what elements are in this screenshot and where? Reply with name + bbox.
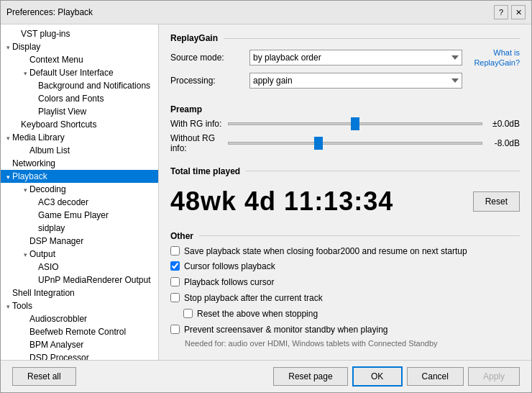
sidebar-item-colors-fonts[interactable]: Colors and Fonts xyxy=(1,92,158,105)
sidebar-item-label: Media Library xyxy=(12,132,65,143)
without-rg-label: Without RG info: xyxy=(170,133,228,153)
reset-all-button[interactable]: Reset all xyxy=(12,367,76,386)
sidebar-item-sidplay[interactable]: sidplay xyxy=(1,222,158,235)
sidebar-item-audioscrobbler[interactable]: Audioscrobbler xyxy=(1,312,158,325)
expand-icon: ▾ xyxy=(4,173,12,181)
processing-select[interactable]: apply gain apply gain and prevent clippi… xyxy=(249,73,462,89)
sidebar-item-label: Keyboard Shortcuts xyxy=(21,119,96,130)
sidebar-item-label: Beefweb Remote Control xyxy=(29,327,126,337)
sidebar-item-label: Playlist View xyxy=(38,107,86,117)
window-title: Preferences: Playback xyxy=(6,7,93,17)
source-mode-label: Source mode: xyxy=(170,53,249,63)
checkbox-save-state[interactable] xyxy=(170,246,180,256)
sidebar-item-label: ASIO xyxy=(38,262,59,272)
checkbox-label-stop-after: Stop playback after the current track xyxy=(184,292,323,304)
checkbox-label-playback-follows: Playback follows cursor xyxy=(184,276,274,289)
other-section: Other Save playback state when closing f… xyxy=(170,231,520,351)
checkbox-label-save-state: Save playback state when closing foobar2… xyxy=(184,245,467,258)
checkbox-row-save-state: Save playback state when closing foobar2… xyxy=(170,245,520,258)
checkbox-label-reset-above: Reset the above when stopping xyxy=(197,308,318,320)
expand-icon: ▾ xyxy=(21,251,29,258)
checkbox-playback-follows[interactable] xyxy=(170,277,180,286)
sidebar-item-label: UPnP MediaRenderer Output xyxy=(38,275,151,285)
sidebar-item-playback[interactable]: ▾Playback xyxy=(1,170,158,183)
sidebar-item-default-ui[interactable]: ▾Default User Interface xyxy=(1,66,158,79)
sidebar-item-label: AC3 decoder xyxy=(38,197,88,207)
with-rg-slider[interactable] xyxy=(228,122,482,125)
checkbox-prevent-screensaver[interactable] xyxy=(170,325,180,334)
sidebar-item-label: sidplay xyxy=(38,223,65,233)
sidebar-item-context-menu[interactable]: Context Menu xyxy=(1,53,158,66)
sidebar-item-label: Shell Integration xyxy=(12,288,75,298)
bottom-bar: Reset all Reset page OK Cancel Apply xyxy=(1,360,531,392)
sidebar-tree: VST plug-ins▾Display Context Menu▾Defaul… xyxy=(1,24,159,360)
checkbox-label-prevent-screensaver: Prevent screensaver & monitor standby wh… xyxy=(184,324,387,336)
preferences-window: Preferences: Playback ? ✕ VST plug-ins▾D… xyxy=(0,0,532,393)
sidebar-item-label: Output xyxy=(29,249,55,259)
source-mode-select[interactable]: by playback order track album from file … xyxy=(249,50,462,66)
with-rg-slider-wrapper xyxy=(228,122,482,125)
what-is-link[interactable]: What is ReplayGain? xyxy=(469,48,520,68)
sidebar-item-album-list[interactable]: Album List xyxy=(1,144,158,157)
sidebar-item-label: Audioscrobbler xyxy=(29,314,87,324)
time-reset-button[interactable]: Reset xyxy=(473,191,520,212)
sidebar-item-playlist-view[interactable]: Playlist View xyxy=(1,105,158,118)
main-content: VST plug-ins▾Display Context Menu▾Defaul… xyxy=(1,24,531,360)
sidebar-item-label: DSP Manager xyxy=(29,236,83,246)
expand-icon: ▾ xyxy=(4,135,12,142)
checkbox-row-prevent-screensaver: Prevent screensaver & monitor standby wh… xyxy=(170,324,520,336)
close-button[interactable]: ✕ xyxy=(511,5,526,19)
sidebar-item-networking[interactable]: Networking xyxy=(1,157,158,170)
sidebar-item-shell[interactable]: Shell Integration xyxy=(1,286,158,299)
sidebar-item-vst[interactable]: VST plug-ins xyxy=(1,27,158,40)
sidebar-item-display[interactable]: ▾Display xyxy=(1,40,158,53)
checkbox-row-cursor-follows: Cursor follows playback xyxy=(170,261,520,273)
checkbox-label-cursor-follows: Cursor follows playback xyxy=(184,261,275,273)
replaygain-section: ReplayGain Source mode: by playback orde… xyxy=(170,33,520,93)
sidebar-item-ac3[interactable]: AC3 decoder xyxy=(1,196,158,209)
expand-icon: ▾ xyxy=(21,70,29,77)
sidebar-item-media-library[interactable]: ▾Media Library xyxy=(1,131,158,144)
checkbox-row-stop-after: Stop playback after the current track xyxy=(170,292,520,304)
apply-button[interactable]: Apply xyxy=(468,367,520,386)
sidebar-item-bg-notif[interactable]: Background and Notifications xyxy=(1,79,158,92)
other-header: Other xyxy=(170,231,520,241)
help-button[interactable]: ? xyxy=(494,5,508,19)
replaygain-header: ReplayGain xyxy=(170,33,520,43)
total-time-section: Total time played 48wk 4d 11:13:34 Reset xyxy=(170,166,520,222)
sidebar-item-dsp[interactable]: DSP Manager xyxy=(1,235,158,248)
with-rg-row: With RG info: ±0.0dB xyxy=(170,119,520,129)
sidebar-item-asio[interactable]: ASIO xyxy=(1,261,158,274)
preamp-section: Preamp With RG info: ±0.0dB Without RG i… xyxy=(170,104,520,158)
sidebar-item-beefweb[interactable]: Beefweb Remote Control xyxy=(1,325,158,338)
sidebar-item-dsd[interactable]: DSD Processor xyxy=(1,351,158,360)
total-time-display: 48wk 4d 11:13:34 Reset xyxy=(170,181,520,222)
processing-label: Processing: xyxy=(170,76,249,86)
without-rg-slider[interactable] xyxy=(228,142,482,145)
expand-icon: ▾ xyxy=(4,303,12,310)
sidebar-item-label: Default User Interface xyxy=(29,68,114,78)
checkbox-row-reset-above: Reset the above when stopping xyxy=(183,308,520,320)
sidebar-item-label: Networking xyxy=(12,158,55,168)
processing-row: Processing: apply gain apply gain and pr… xyxy=(170,73,520,89)
sidebar-item-label: DSD Processor xyxy=(29,353,89,360)
sidebar-item-game-emu[interactable]: Game Emu Player xyxy=(1,209,158,222)
checkbox-cursor-follows[interactable] xyxy=(170,261,180,271)
sidebar-item-output[interactable]: ▾Output xyxy=(1,248,158,261)
reset-page-button[interactable]: Reset page xyxy=(273,367,347,386)
sidebar-item-tools[interactable]: ▾Tools xyxy=(1,299,158,312)
sidebar-item-bpm[interactable]: BPM Analyser xyxy=(1,338,158,351)
checkbox-reset-above[interactable] xyxy=(183,309,193,318)
sidebar-item-label: Playback xyxy=(12,171,47,181)
time-value: 48wk 4d 11:13:34 xyxy=(170,186,393,217)
sidebar-item-decoding[interactable]: ▾Decoding xyxy=(1,183,158,196)
sidebar-item-keyboard[interactable]: Keyboard Shortcuts xyxy=(1,118,158,131)
sidebar-item-label: Tools xyxy=(12,301,32,311)
title-bar-controls: ? ✕ xyxy=(494,5,526,19)
sidebar-item-upnp[interactable]: UPnP MediaRenderer Output xyxy=(1,274,158,286)
with-rg-value: ±0.0dB xyxy=(488,119,520,129)
ok-button[interactable]: OK xyxy=(352,366,403,387)
without-rg-value: -8.0dB xyxy=(488,138,520,148)
cancel-button[interactable]: Cancel xyxy=(407,367,464,386)
checkbox-stop-after[interactable] xyxy=(170,293,180,302)
